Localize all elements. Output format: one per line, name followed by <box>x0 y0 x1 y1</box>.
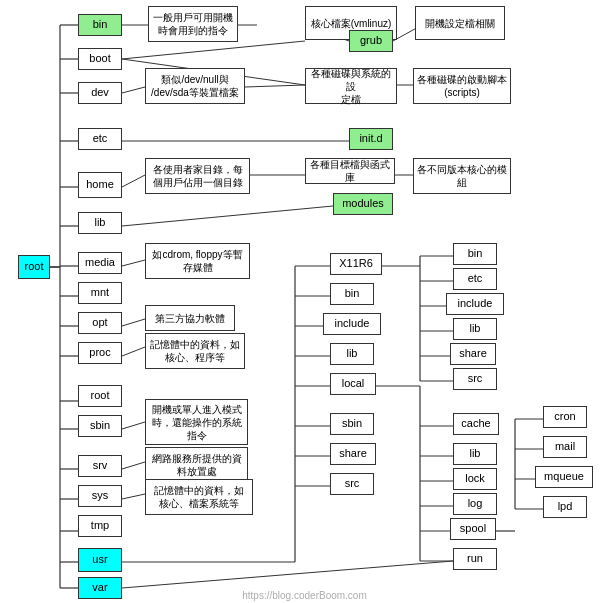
svg-line-33 <box>122 206 333 226</box>
dev-label2: 各種磁碟與系統的設定檔 <box>305 68 397 104</box>
svg-line-30 <box>122 175 145 187</box>
svg-line-39 <box>122 494 145 499</box>
include-node: include <box>323 313 381 335</box>
bin-label: 一般用戶可用開機時會用到的指令 <box>148 6 238 42</box>
watermark: https://blog.coderBoom.com <box>242 590 367 601</box>
cron-node: cron <box>543 406 587 428</box>
opt-node: opt <box>78 312 122 334</box>
media-node: media <box>78 252 122 274</box>
lib-x11-node: lib <box>453 318 497 340</box>
mail-node: mail <box>543 436 587 458</box>
home-node: home <box>78 172 122 198</box>
svg-line-38 <box>122 462 145 469</box>
share-x11-node: share <box>450 343 496 365</box>
bin-x11-node: bin <box>453 243 497 265</box>
svg-line-27 <box>245 85 305 87</box>
home-label3: 各不同版本核心的模組 <box>413 158 511 194</box>
tmp-node: tmp <box>78 515 122 537</box>
sys-node: sys <box>78 485 122 507</box>
run-node: run <box>453 548 497 570</box>
share-node: share <box>330 443 376 465</box>
mnt-node: mnt <box>78 282 122 304</box>
svg-line-22 <box>122 41 305 59</box>
src-node: src <box>330 473 374 495</box>
svg-line-26 <box>122 87 145 93</box>
etc-x11-node: etc <box>453 268 497 290</box>
svg-line-36 <box>122 347 145 356</box>
grub-node: grub <box>349 30 393 52</box>
rootdir-node: root <box>78 385 122 407</box>
media-label: 如cdrom, floppy等暫存媒體 <box>145 243 250 279</box>
usr-node: usr <box>78 548 122 572</box>
dev-node: dev <box>78 82 122 104</box>
etc-node: etc <box>78 128 122 150</box>
boot-label2: 開機設定檔相關 <box>415 6 505 40</box>
lock-node: lock <box>453 468 497 490</box>
cache-node: cache <box>453 413 499 435</box>
svg-line-35 <box>122 319 145 326</box>
include-x11-node: include <box>446 293 504 315</box>
dev-label3: 各種磁碟的啟動腳本(scripts) <box>413 68 511 104</box>
root-node: root <box>18 255 50 279</box>
dev-label1: 類似/dev/null與/dev/sda等裝置檔案 <box>145 68 245 104</box>
srv-node: srv <box>78 455 122 477</box>
srv-label: 網路服務所提供的資料放置處 <box>145 447 248 483</box>
mqueue-node: mqueue <box>535 466 593 488</box>
bin-node: bin <box>78 14 122 36</box>
initd-node: init.d <box>349 128 393 150</box>
sys-label: 記憶體中的資料，如核心、檔案系統等 <box>145 479 253 515</box>
lib-local-node: lib <box>453 443 497 465</box>
log-node: log <box>453 493 497 515</box>
sbin-usr-node: sbin <box>330 413 374 435</box>
sbin-label: 開機或單人進入模式時，還能操作的系統指令 <box>145 399 248 445</box>
spool-node: spool <box>450 518 496 540</box>
proc-label: 記憶體中的資料，如核心、程序等 <box>145 333 245 369</box>
lib-usr-node: lib <box>330 343 374 365</box>
modules-node: modules <box>333 193 393 215</box>
proc-node: proc <box>78 342 122 364</box>
diagram: root bin boot dev etc home lib media mnt… <box>0 0 609 603</box>
lpd-node: lpd <box>543 496 587 518</box>
bin-usr-node: bin <box>330 283 374 305</box>
var-node: var <box>78 577 122 599</box>
svg-line-72 <box>122 561 453 588</box>
home-label1: 各使用者家目錄，每個用戶佔用一個目錄 <box>145 158 250 194</box>
svg-line-37 <box>122 422 145 429</box>
boot-node: boot <box>78 48 122 70</box>
local-node: local <box>330 373 376 395</box>
svg-line-34 <box>122 260 145 266</box>
src-x11-node: src <box>453 368 497 390</box>
home-label2: 各種目標檔與函式庫 <box>305 158 395 184</box>
opt-label: 第三方協力軟體 <box>145 305 235 331</box>
lib-node: lib <box>78 212 122 234</box>
X11R6-node: X11R6 <box>330 253 382 275</box>
sbin-node: sbin <box>78 415 122 437</box>
